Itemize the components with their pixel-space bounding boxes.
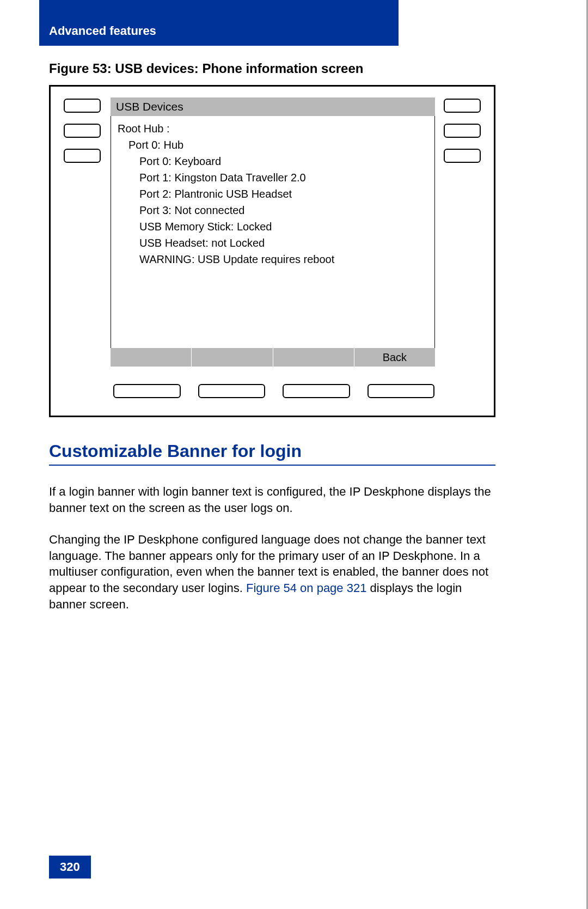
line-key-left-3[interactable] xyxy=(64,149,101,163)
usb-line: WARNING: USB Update requires reboot xyxy=(118,251,428,267)
usb-line: Port 2: Plantronic USB Headset xyxy=(118,186,428,202)
figure-caption: Figure 53: USB devices: Phone informatio… xyxy=(49,61,363,76)
line-key-right-1[interactable] xyxy=(444,99,481,113)
line-key-right-2[interactable] xyxy=(444,124,481,138)
line-key-right-3[interactable] xyxy=(444,149,481,163)
line-key-left-2[interactable] xyxy=(64,124,101,138)
page-number: 320 xyxy=(49,856,91,879)
usb-line: Port 0: Keyboard xyxy=(118,153,428,169)
softkey-2[interactable] xyxy=(192,348,273,367)
usb-line: Port 0: Hub xyxy=(118,137,428,153)
chapter-header: Advanced features xyxy=(39,0,399,46)
phone-screen-title: USB Devices xyxy=(111,97,435,116)
softkey-1[interactable] xyxy=(111,348,192,367)
phone-screen-body: Root Hub : Port 0: Hub Port 0: Keyboard … xyxy=(111,116,435,351)
usb-line: Port 3: Not connected xyxy=(118,202,428,218)
softkey-row: Back xyxy=(111,348,435,367)
hw-softkey-2[interactable] xyxy=(198,384,266,398)
usb-line: Port 1: Kingston Data Traveller 2.0 xyxy=(118,169,428,186)
softkey-back[interactable]: Back xyxy=(354,348,435,367)
hw-softkey-1[interactable] xyxy=(113,384,181,398)
usb-line: USB Memory Stick: Locked xyxy=(118,218,428,235)
body-paragraph-1: If a login banner with login banner text… xyxy=(49,484,495,516)
chapter-title: Advanced features xyxy=(49,24,156,38)
usb-line: Root Hub : xyxy=(118,120,428,137)
usb-line: USB Headset: not Locked xyxy=(118,235,428,251)
hw-softkey-4[interactable] xyxy=(367,384,435,398)
figure-54-link[interactable]: Figure 54 on page 321 xyxy=(246,581,366,595)
hw-softkey-3[interactable] xyxy=(283,384,350,398)
body-paragraph-2: Changing the IP Deskphone configured lan… xyxy=(49,532,495,612)
phone-screenshot: USB Devices Root Hub : Port 0: Hub Port … xyxy=(49,85,495,417)
line-key-left-1[interactable] xyxy=(64,99,101,113)
hardware-softkeys xyxy=(113,384,434,398)
softkey-3[interactable] xyxy=(273,348,354,367)
section-heading: Customizable Banner for login xyxy=(49,441,495,466)
